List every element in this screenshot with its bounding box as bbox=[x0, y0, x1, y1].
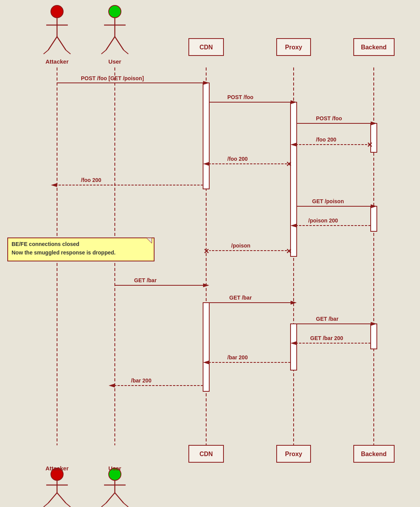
svg-marker-55 bbox=[203, 360, 209, 364]
svg-rect-5 bbox=[203, 83, 209, 189]
svg-point-72 bbox=[51, 5, 63, 18]
svg-line-83 bbox=[106, 37, 115, 50]
svg-marker-13 bbox=[203, 81, 209, 85]
svg-text:✕: ✕ bbox=[286, 248, 292, 255]
svg-line-94 bbox=[66, 503, 71, 507]
svg-rect-11 bbox=[371, 324, 377, 349]
svg-text:✕: ✕ bbox=[286, 160, 292, 168]
svg-text:/foo 200: /foo 200 bbox=[316, 136, 336, 143]
svg-point-80 bbox=[109, 5, 121, 18]
svg-marker-43 bbox=[203, 283, 209, 287]
svg-text:POST /foo [GET /poison]: POST /foo [GET /poison] bbox=[81, 75, 144, 81]
svg-text:GET /bar 200: GET /bar 200 bbox=[310, 335, 343, 341]
svg-rect-10 bbox=[291, 324, 297, 370]
svg-rect-66 bbox=[189, 445, 223, 462]
svg-text:Now the smuggled response is d: Now the smuggled response is dropped. bbox=[12, 249, 116, 256]
svg-text:GET /bar: GET /bar bbox=[316, 316, 339, 322]
svg-text:✕: ✕ bbox=[367, 141, 373, 149]
svg-marker-16 bbox=[291, 100, 297, 104]
svg-text:Proxy: Proxy bbox=[285, 44, 302, 51]
svg-text:Proxy: Proxy bbox=[285, 451, 302, 457]
svg-text:User: User bbox=[108, 465, 121, 472]
svg-line-102 bbox=[124, 503, 128, 507]
svg-marker-33 bbox=[371, 204, 377, 208]
svg-line-76 bbox=[57, 37, 66, 50]
svg-rect-6 bbox=[291, 102, 297, 256]
svg-rect-70 bbox=[354, 445, 394, 462]
svg-text:User: User bbox=[108, 58, 121, 65]
svg-rect-7 bbox=[371, 123, 377, 152]
svg-rect-104 bbox=[8, 238, 154, 261]
svg-line-100 bbox=[115, 493, 124, 503]
svg-marker-105 bbox=[146, 238, 152, 243]
svg-text:GET /poison: GET /poison bbox=[312, 198, 344, 204]
svg-rect-8 bbox=[371, 206, 377, 231]
svg-text:Backend: Backend bbox=[361, 44, 387, 51]
svg-text:/foo 200: /foo 200 bbox=[227, 156, 248, 162]
svg-text:/poison: /poison bbox=[231, 243, 250, 249]
svg-text:/poison 200: /poison 200 bbox=[308, 217, 338, 224]
svg-rect-9 bbox=[203, 303, 209, 391]
svg-text:/foo 200: /foo 200 bbox=[81, 177, 101, 183]
svg-point-88 bbox=[51, 468, 63, 480]
svg-text:Backend: Backend bbox=[361, 451, 387, 457]
svg-text:✕: ✕ bbox=[203, 248, 209, 255]
svg-text:Attacker: Attacker bbox=[45, 58, 69, 65]
svg-line-92 bbox=[57, 493, 66, 503]
svg-marker-49 bbox=[371, 322, 377, 326]
sequence-diagram: POST /foo [GET /poison] POST /foo POST /… bbox=[0, 0, 420, 507]
svg-line-86 bbox=[124, 50, 128, 54]
svg-marker-52 bbox=[291, 341, 297, 345]
svg-line-78 bbox=[66, 50, 71, 54]
svg-text:POST /foo: POST /foo bbox=[227, 94, 254, 100]
svg-text:/bar 200: /bar 200 bbox=[227, 354, 248, 360]
svg-text:CDN: CDN bbox=[200, 451, 213, 457]
svg-marker-58 bbox=[109, 384, 115, 387]
svg-text:/bar 200: /bar 200 bbox=[131, 377, 151, 384]
svg-rect-62 bbox=[277, 39, 311, 56]
svg-text:BE/FE connections closed: BE/FE connections closed bbox=[12, 241, 79, 247]
svg-line-85 bbox=[101, 50, 106, 54]
svg-line-101 bbox=[101, 503, 106, 507]
svg-marker-19 bbox=[371, 121, 377, 125]
svg-marker-22 bbox=[291, 143, 297, 147]
svg-text:Attacker: Attacker bbox=[45, 465, 69, 472]
svg-marker-36 bbox=[291, 224, 297, 227]
svg-rect-68 bbox=[277, 445, 311, 462]
svg-line-84 bbox=[115, 37, 124, 50]
svg-line-77 bbox=[44, 50, 48, 54]
svg-text:POST /foo: POST /foo bbox=[316, 115, 342, 121]
svg-line-93 bbox=[44, 503, 48, 507]
svg-text:GET /bar: GET /bar bbox=[134, 277, 157, 283]
svg-marker-46 bbox=[291, 301, 297, 305]
svg-point-96 bbox=[109, 468, 121, 480]
svg-line-91 bbox=[48, 493, 57, 503]
svg-rect-64 bbox=[354, 39, 394, 56]
svg-marker-30 bbox=[51, 183, 57, 187]
svg-line-75 bbox=[48, 37, 57, 50]
svg-text:GET /bar: GET /bar bbox=[229, 295, 252, 301]
svg-marker-26 bbox=[203, 162, 209, 166]
svg-rect-60 bbox=[189, 39, 223, 56]
svg-text:CDN: CDN bbox=[200, 44, 213, 51]
svg-line-99 bbox=[106, 493, 115, 503]
